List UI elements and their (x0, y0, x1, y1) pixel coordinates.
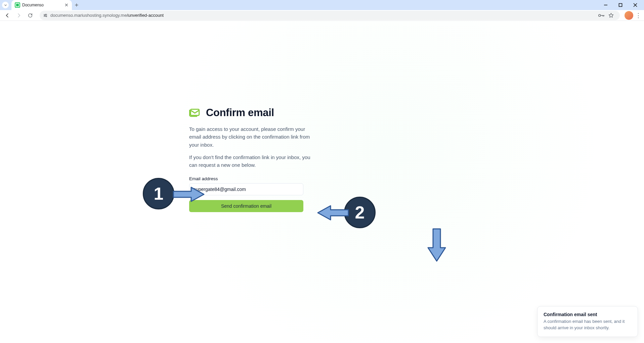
svg-point-4 (599, 14, 601, 16)
toast-notification: Confirmation email sent A confirmation e… (537, 306, 638, 337)
reload-icon (28, 13, 33, 18)
tune-icon (43, 13, 48, 18)
window-maximize-button[interactable] (615, 0, 626, 10)
tab-title: Documenso (22, 3, 62, 7)
plus-icon (74, 3, 79, 7)
close-icon (633, 3, 637, 7)
url-path: /unverified-account (127, 13, 164, 18)
nav-forward-button[interactable] (14, 11, 24, 20)
toast-title: Confirmation email sent (544, 312, 632, 317)
minimize-icon (604, 3, 608, 7)
new-tab-button[interactable] (72, 0, 81, 10)
page-title: Confirm email (206, 107, 274, 119)
url-text: documenso.mariushosting.synology.me/unve… (50, 13, 596, 18)
svg-marker-7 (318, 206, 348, 220)
heading-row: Confirm email (189, 106, 318, 119)
instruction-paragraph-1: To gain access to your account, please c… (189, 125, 318, 149)
browser-chrome: Documenso ✕ documenso.mariushosting.syno… (0, 0, 644, 21)
svg-marker-6 (173, 187, 204, 201)
documenso-favicon-icon (15, 2, 20, 8)
svg-rect-0 (619, 4, 622, 7)
annotation-arrow-3 (427, 228, 446, 262)
toast-body: A confirmation email has been sent, and … (544, 318, 632, 331)
confirm-email-card: Confirm email To gain access to your acc… (189, 106, 318, 212)
annotation-arrow-1 (173, 187, 205, 202)
search-tabs-button[interactable] (2, 2, 9, 8)
tab-active[interactable]: Documenso ✕ (11, 0, 72, 10)
arrow-right-icon (16, 13, 22, 18)
window-close-button[interactable] (630, 0, 641, 10)
bookmark-star-icon[interactable] (608, 13, 614, 18)
nav-back-button[interactable] (3, 11, 12, 20)
browser-menu-button[interactable]: ⋮ (635, 12, 641, 19)
site-info-button[interactable] (43, 13, 48, 18)
nav-reload-button[interactable] (26, 11, 35, 20)
svg-marker-8 (428, 229, 445, 261)
address-row: documenso.mariushosting.synology.me/unve… (0, 10, 644, 21)
annotation-arrow-2 (317, 205, 349, 220)
window-minimize-button[interactable] (600, 0, 611, 10)
svg-rect-5 (190, 109, 199, 115)
chevron-down-icon (4, 3, 7, 7)
tabs-row: Documenso ✕ (0, 0, 644, 10)
annotation-badge-1: 1 (143, 178, 174, 209)
email-field-label: Email address (189, 176, 318, 181)
mail-icon (189, 106, 201, 119)
instruction-paragraph-2: If you don't find the confirmation link … (189, 153, 318, 169)
profile-avatar-button[interactable] (625, 11, 633, 20)
address-bar-right-icons (598, 13, 614, 18)
send-confirmation-button[interactable]: Send confirmation email (189, 200, 303, 212)
arrow-left-icon (5, 13, 10, 18)
page-content: Confirm email To gain access to your acc… (0, 21, 644, 343)
url-host: documenso.mariushosting.synology.me (50, 13, 127, 18)
maximize-icon (618, 3, 622, 7)
address-bar[interactable]: documenso.mariushosting.synology.me/unve… (40, 11, 620, 20)
email-input[interactable] (189, 183, 303, 195)
password-key-icon[interactable] (598, 13, 605, 18)
tab-close-button[interactable]: ✕ (65, 2, 69, 8)
confirm-email-form: Email address Send confirmation email (189, 176, 318, 212)
window-controls (600, 0, 644, 10)
